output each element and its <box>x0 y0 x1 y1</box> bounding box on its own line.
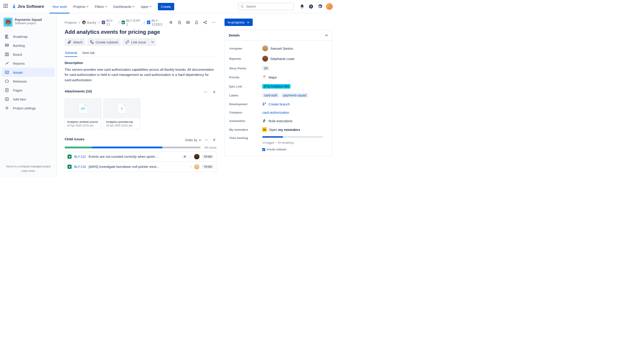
breadcrumb-issue[interactable]: ⊞BLY-123321 <box>147 19 168 26</box>
app-switcher-icon[interactable] <box>4 4 9 9</box>
search-box[interactable] <box>238 3 294 10</box>
svg-point-27 <box>206 140 207 140</box>
details-header[interactable]: Details <box>225 30 332 41</box>
board-icon <box>4 52 10 57</box>
svg-rect-22 <box>92 42 93 44</box>
assignee-avatar[interactable] <box>194 164 200 169</box>
nav-your-work[interactable]: Your work <box>50 3 70 10</box>
link-issue-button[interactable]: Link issue <box>122 38 149 46</box>
order-by-dropdown[interactable]: Order by <box>185 138 201 142</box>
logo-text: Jira Software <box>18 4 44 9</box>
learn-more-link[interactable]: Learn more <box>4 169 52 173</box>
priority-label: Priority <box>229 76 262 79</box>
branch-icon <box>262 102 266 106</box>
top-navigation: Jira Software Your work Projects Filters… <box>0 0 336 13</box>
issue-content: Projects / 🐸Banky / ⚡BLY-21 / ◉BLY EXP-1… <box>56 13 224 177</box>
child-issue-status[interactable]: TO DO <box>202 165 214 169</box>
attachments-more-icon[interactable] <box>204 90 208 95</box>
child-issue-row[interactable]: ◉ BLY-116 [ARIS] Investigate burndown nu… <box>65 162 216 172</box>
create-button[interactable]: Create <box>158 3 174 10</box>
sidebar-issues[interactable]: Issues <box>2 68 54 77</box>
attachment-card[interactable]: ⁞ Analytics-preview.zip 10 Apr 2020 10:0… <box>104 99 140 129</box>
status-dropdown[interactable]: In-progress <box>224 19 253 26</box>
story-points-value[interactable]: 20 <box>262 66 328 71</box>
child-add-icon[interactable] <box>212 138 216 143</box>
issues-icon <box>4 70 10 75</box>
child-more-icon[interactable] <box>204 138 209 143</box>
vote-icon[interactable] <box>194 20 200 25</box>
notifications-icon[interactable] <box>299 4 305 10</box>
child-issue-key[interactable]: BLY-116 <box>74 165 86 169</box>
sidebar-settings[interactable]: Project settings <box>2 104 54 113</box>
project-icon: 🐸 <box>82 21 86 24</box>
time-tracking-value[interactable]: 1h logged • 2h remaining Include subtask… <box>262 136 328 151</box>
breadcrumb-epic[interactable]: ⚡BLY-21 <box>102 19 116 26</box>
reminders-value[interactable]: MyOpen my reminders <box>262 127 328 132</box>
search-input[interactable] <box>246 5 291 8</box>
sidebar-pages[interactable]: Pages <box>2 86 54 95</box>
issue-title[interactable]: Add analytics events for pricing page <box>64 29 216 35</box>
sidebar-board[interactable]: Board <box>2 50 54 59</box>
svg-point-15 <box>204 22 204 23</box>
sidebar-roadmap[interactable]: Roadmap <box>2 32 54 41</box>
link-issue-dropdown[interactable] <box>149 38 156 46</box>
svg-rect-3 <box>5 35 8 36</box>
feedback-icon[interactable] <box>168 20 174 25</box>
reporter-value[interactable]: Stephanie Lowe <box>262 56 328 62</box>
child-issue-row[interactable]: ◉ BLY-122 Events are not counted correct… <box>65 152 216 162</box>
svg-point-28 <box>208 140 208 140</box>
breadcrumb-projects[interactable]: Projects <box>64 21 77 24</box>
nav-projects[interactable]: Projects <box>70 3 91 10</box>
attachments-add-icon[interactable] <box>212 90 216 95</box>
breadcrumb-project[interactable]: 🐸Banky <box>82 21 96 24</box>
include-subtasks-checkbox[interactable]: Include subtasks <box>262 148 286 151</box>
sidebar-releases[interactable]: Releases <box>2 77 54 86</box>
user-avatar[interactable] <box>326 3 333 10</box>
help-icon[interactable]: ? <box>308 4 314 10</box>
child-issues-label: Child issues <box>64 137 84 141</box>
nav-apps[interactable]: Apps <box>138 3 154 10</box>
user-avatar-icon <box>262 56 268 62</box>
jira-logo[interactable]: Jira Software <box>12 4 44 9</box>
watch-icon[interactable] <box>185 20 191 25</box>
more-icon[interactable] <box>211 20 216 25</box>
assignee-avatar[interactable] <box>194 154 200 159</box>
epic-link-value[interactable]: [PS] Analytics W4 <box>262 84 328 89</box>
nav-dashboards[interactable]: Dashboards <box>111 3 137 10</box>
compass-value[interactable]: card-authorization <box>262 111 328 114</box>
sidebar-add-item[interactable]: Add item <box>2 95 54 104</box>
description-text[interactable]: This service provides new card authoriza… <box>64 67 216 83</box>
create-subtask-button[interactable]: Create subtask <box>87 38 121 46</box>
assignee-value[interactable]: Samuel Santos <box>262 46 328 51</box>
lock-icon[interactable] <box>177 20 182 25</box>
nav-filters[interactable]: Filters <box>92 3 110 10</box>
child-issues-list: ◉ BLY-122 Events are not counted correct… <box>64 152 216 172</box>
svg-point-20 <box>214 22 215 23</box>
settings-icon[interactable] <box>317 4 323 10</box>
code-file-icon: </> <box>79 104 87 113</box>
svg-point-0 <box>241 5 243 7</box>
child-issue-key[interactable]: BLY-122 <box>74 155 86 158</box>
details-panel: Details Assignee Samuel Santos Reporter … <box>224 30 332 156</box>
child-issue-status[interactable]: TO DO <box>202 155 214 159</box>
tab-general[interactable]: General <box>64 49 77 57</box>
sidebar-footer: You're in a company-managed project Lear… <box>0 162 56 177</box>
attach-button[interactable]: Attach <box>64 38 86 46</box>
labels-value[interactable]: card-authpayments-squad <box>262 93 328 98</box>
tab-new[interactable]: New tab <box>82 49 95 57</box>
share-icon[interactable] <box>202 20 208 25</box>
child-progress-label: 0% Done <box>204 146 216 149</box>
sidebar-backlog[interactable]: Backlog <box>2 41 54 50</box>
reporter-label: Reporter <box>229 57 262 60</box>
roadmap-icon <box>4 34 10 39</box>
attachment-card[interactable]: </> Analytics embed.source 10 Apr 2020 1… <box>64 99 101 129</box>
story-icon: ◉ <box>68 165 72 169</box>
breadcrumb-exp[interactable]: ◉BLY EXP-1 <box>122 19 142 26</box>
sidebar-reports[interactable]: Reports <box>2 59 54 68</box>
svg-point-24 <box>206 92 206 92</box>
automation-value[interactable]: Rule executions <box>262 119 328 123</box>
project-header[interactable]: 🐻 Payments Squad Software project <box>0 18 56 31</box>
priority-value[interactable]: Major <box>262 75 328 80</box>
development-value[interactable]: Create branch <box>262 102 328 106</box>
story-icon: ◉ <box>68 155 72 159</box>
